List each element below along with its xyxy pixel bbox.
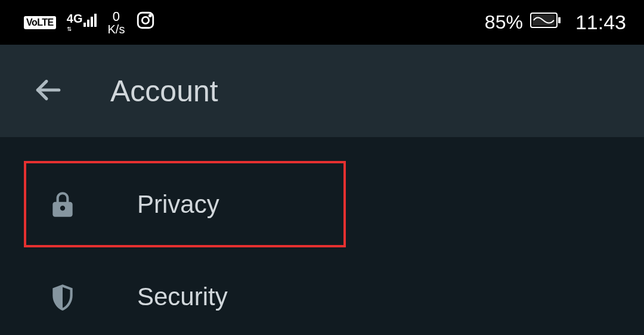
volte-badge: VoLTE [24, 16, 56, 29]
signal-indicator: 4G ⇅ [67, 13, 97, 32]
settings-list: Privacy Security [0, 137, 644, 335]
shield-icon [45, 282, 80, 312]
svg-point-2 [150, 15, 151, 17]
svg-point-1 [143, 17, 149, 23]
svg-rect-4 [558, 17, 561, 23]
page-title: Account [110, 74, 218, 108]
instagram-icon [135, 10, 156, 35]
app-bar: Account [0, 45, 644, 137]
menu-item-security[interactable]: Security [0, 253, 644, 335]
clock: 11:43 [575, 11, 626, 34]
status-left: VoLTE 4G ⇅ 0 K/s [24, 10, 156, 35]
menu-label: Privacy [137, 190, 219, 219]
menu-item-privacy[interactable]: Privacy [24, 161, 346, 247]
battery-percentage: 85% [485, 11, 523, 33]
menu-label: Security [137, 283, 228, 311]
signal-bars-icon [83, 13, 97, 27]
svg-rect-5 [532, 15, 555, 26]
network-label: 4G [67, 13, 83, 24]
status-bar: VoLTE 4G ⇅ 0 K/s 85% [0, 0, 644, 45]
status-right: 85% 11:43 [485, 11, 626, 34]
network-speed: 0 K/s [107, 10, 125, 35]
battery-icon [530, 11, 562, 33]
lock-icon [45, 190, 80, 219]
back-button[interactable] [33, 75, 63, 107]
